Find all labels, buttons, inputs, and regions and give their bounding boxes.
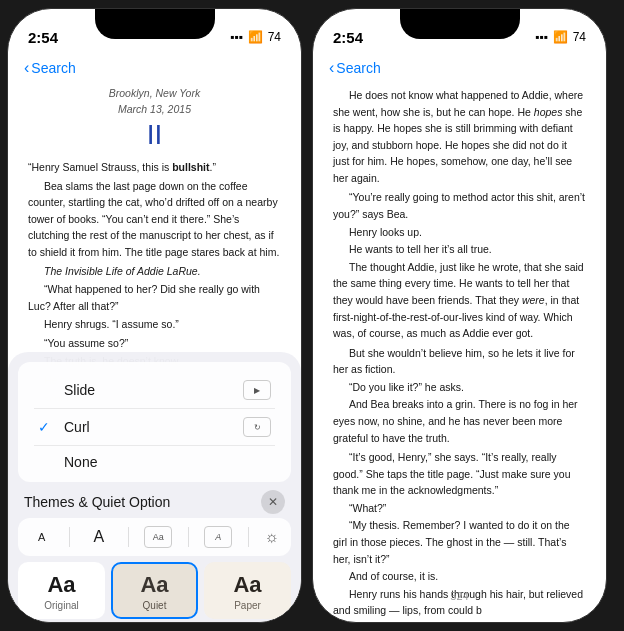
book-date: March 13, 2015	[28, 101, 281, 117]
font-divider-1	[69, 527, 70, 547]
curl-label: Curl	[64, 419, 90, 435]
font-style-button[interactable]: A	[204, 526, 232, 548]
back-button-left[interactable]: ‹ Search	[24, 59, 76, 77]
right-para-2: “You’re really going to method actor thi…	[333, 189, 586, 222]
right-para-11: “My thesis. Remember? I wanted to do it …	[333, 517, 586, 567]
book-para-4: “What happened to her? Did she really go…	[28, 281, 281, 314]
theme-grid: Aa Original Aa Quiet Aa Paper Aa Bold Aa	[18, 562, 291, 623]
font-divider-4	[248, 527, 249, 547]
none-option[interactable]: None	[34, 446, 275, 478]
slide-icon: ▶	[243, 380, 271, 400]
time-right: 2:54	[333, 29, 363, 46]
font-type-button[interactable]: Aa	[144, 526, 172, 548]
book-location: Brooklyn, New York	[28, 85, 281, 101]
book-para-6: “You assume so?”	[28, 335, 281, 352]
theme-paper[interactable]: Aa Paper	[204, 562, 291, 619]
nav-bar-right[interactable]: ‹ Search	[313, 53, 606, 81]
brightness-icon[interactable]: ☼	[264, 528, 279, 546]
status-icons-right: ▪▪▪ 📶 74	[535, 30, 586, 44]
right-para-3: Henry looks up.	[333, 224, 586, 241]
right-para-9: “It’s good, Henry,” she says. “It’s real…	[333, 449, 586, 499]
theme-paper-aa: Aa	[233, 574, 261, 596]
page-number: 524	[450, 590, 468, 602]
curl-option[interactable]: ✓ Curl ↻	[34, 409, 275, 446]
chevron-icon-right: ‹	[329, 59, 334, 77]
right-para-10: “What?”	[333, 500, 586, 517]
book-para-2: Bea slams the last page down on the coff…	[28, 178, 281, 261]
book-para-5: Henry shrugs. “I assume so.”	[28, 316, 281, 333]
wifi-icon-right: 📶	[553, 30, 568, 44]
themes-label: Themes & Quiet Option	[24, 494, 170, 510]
overlay-panel: Slide ▶ ✓ Curl ↻ None	[8, 352, 301, 622]
right-para-12: And of course, it is.	[333, 568, 586, 585]
back-button-right[interactable]: ‹ Search	[329, 59, 381, 77]
none-left: None	[38, 454, 97, 470]
font-decrease-button[interactable]: A	[30, 529, 53, 545]
right-para-1: He does not know what happened to Addie,…	[333, 87, 586, 186]
font-divider-2	[128, 527, 129, 547]
curl-left: ✓ Curl	[38, 419, 90, 435]
right-para-5: The thought Addie, just like he wrote, t…	[333, 259, 586, 342]
notch	[95, 9, 215, 39]
battery-right: 74	[573, 30, 586, 44]
theme-original-aa: Aa	[47, 574, 75, 596]
back-label-right: Search	[336, 60, 380, 76]
book-header: Brooklyn, New York March 13, 2015 II	[28, 85, 281, 151]
notch-right	[400, 9, 520, 39]
curl-icon: ↻	[243, 417, 271, 437]
signal-icon-right: ▪▪▪	[535, 30, 548, 44]
slide-left: Slide	[38, 382, 95, 398]
signal-icon: ▪▪▪	[230, 30, 243, 44]
font-divider-3	[188, 527, 189, 547]
theme-original-label: Original	[44, 600, 78, 611]
theme-paper-label: Paper	[234, 600, 261, 611]
book-content-right: He does not know what happened to Addie,…	[313, 81, 606, 621]
close-button[interactable]: ✕	[261, 490, 285, 514]
font-increase-button[interactable]: A	[85, 526, 112, 548]
book-para-3: The Invisible Life of Addie LaRue.	[28, 263, 281, 280]
none-label: None	[64, 454, 97, 470]
theme-quiet[interactable]: Aa Quiet	[111, 562, 198, 619]
font-controls: A A Aa A ☼	[18, 518, 291, 556]
back-label-left: Search	[31, 60, 75, 76]
theme-quiet-aa: Aa	[140, 574, 168, 596]
battery-left: 74	[268, 30, 281, 44]
slide-option[interactable]: Slide ▶	[34, 372, 275, 409]
right-para-4: He wants to tell her it’s all true.	[333, 241, 586, 258]
right-phone: 2:54 ▪▪▪ 📶 74 ‹ Search He does not know …	[312, 8, 607, 623]
nav-bar-left[interactable]: ‹ Search	[8, 53, 301, 81]
transition-options: Slide ▶ ✓ Curl ↻ None	[18, 362, 291, 482]
book-chapter: II	[28, 118, 281, 152]
book-para-1: “Henry Samuel Strauss, this is bullshit.…	[28, 159, 281, 176]
left-phone: 2:54 ▪▪▪ 📶 74 ‹ Search Brooklyn, New Yor…	[7, 8, 302, 623]
right-para-6: But she wouldn’t believe him, so he lets…	[333, 345, 586, 378]
themes-section: Themes & Quiet Option ✕	[8, 482, 301, 518]
status-icons-left: ▪▪▪ 📶 74	[230, 30, 281, 44]
time-left: 2:54	[28, 29, 58, 46]
wifi-icon: 📶	[248, 30, 263, 44]
right-para-7: “Do you like it?” he asks.	[333, 379, 586, 396]
chevron-icon-left: ‹	[24, 59, 29, 77]
right-para-8: And Bea breaks into a grin. There is no …	[333, 396, 586, 446]
curl-check: ✓	[38, 419, 56, 435]
theme-quiet-label: Quiet	[143, 600, 167, 611]
slide-label: Slide	[64, 382, 95, 398]
theme-original[interactable]: Aa Original	[18, 562, 105, 619]
